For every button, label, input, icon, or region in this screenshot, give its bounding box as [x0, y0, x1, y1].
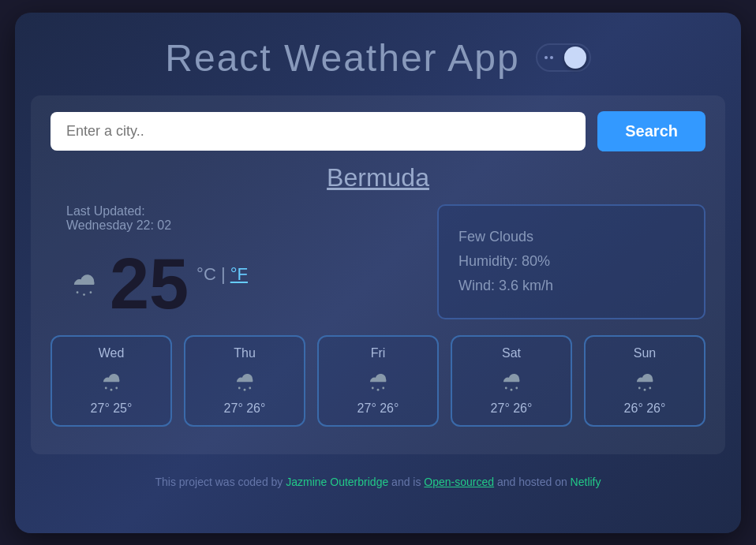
unit-celsius[interactable]: °C	[196, 264, 216, 284]
svg-point-9	[372, 386, 374, 389]
footer-open-source[interactable]: Open-sourced	[424, 476, 494, 488]
forecast-card: Sun 26° 26°	[584, 335, 705, 427]
forecast-icon	[97, 367, 125, 395]
toggle-dot-2	[550, 56, 553, 59]
svg-point-1	[83, 293, 85, 296]
toggle-knob	[564, 47, 586, 69]
svg-point-16	[644, 388, 646, 390]
weather-humidity: Humidity: 80%	[458, 253, 684, 270]
svg-point-12	[505, 386, 507, 389]
city-name: Bermuda	[327, 151, 429, 196]
forecast-icon	[364, 367, 392, 395]
svg-point-14	[515, 386, 518, 389]
footer-text-after: and hosted on	[497, 476, 571, 488]
toggle-dot-1	[545, 56, 548, 59]
svg-point-2	[90, 291, 92, 293]
search-area: Search Bermuda Last Updated: Wednesday 2…	[31, 95, 725, 454]
temperature: 25	[110, 248, 189, 319]
svg-point-17	[649, 386, 651, 389]
unit-fahrenheit[interactable]: °F	[230, 264, 248, 284]
header: React Weather App	[31, 28, 725, 95]
temp-display: 25 °C | °F	[66, 248, 421, 319]
unit-separator: |	[221, 264, 230, 284]
forecast-temps: 27° 26°	[357, 401, 399, 416]
search-button[interactable]: Search	[597, 111, 705, 151]
app-container: React Weather App Search Bermuda Last Up…	[15, 13, 741, 533]
svg-point-0	[77, 291, 79, 293]
svg-point-10	[377, 388, 380, 390]
footer-author[interactable]: Jazmine Outerbridge	[286, 476, 388, 488]
main-weather: Last Updated: Wednesday 22: 02 25 °C |	[51, 196, 705, 327]
forecast-day: Sun	[634, 346, 656, 360]
toggle-dots	[540, 56, 553, 59]
forecast-temps: 27° 25°	[91, 401, 133, 416]
right-panel: Few Clouds Humidity: 80% Wind: 3.6 km/h	[437, 204, 705, 319]
forecast-icon	[230, 367, 259, 395]
last-updated-time: Wednesday 22: 02	[66, 218, 421, 233]
svg-point-15	[638, 386, 641, 389]
svg-point-7	[244, 388, 246, 390]
forecast-icon	[631, 367, 659, 395]
footer: This project was coded by Jazmine Outerb…	[31, 466, 725, 492]
footer-text-before: This project was coded by	[155, 476, 286, 488]
footer-host[interactable]: Netlify	[571, 476, 601, 488]
last-updated-label: Last Updated:	[66, 204, 421, 218]
forecast-row: Wed 27° 25° Thu 27° 26° Fri	[51, 327, 705, 435]
svg-point-8	[249, 386, 251, 389]
left-panel: Last Updated: Wednesday 22: 02 25 °C |	[51, 204, 437, 319]
forecast-temps: 27° 26°	[224, 401, 266, 416]
forecast-day: Fri	[371, 346, 386, 360]
forecast-day: Thu	[234, 346, 256, 360]
theme-toggle[interactable]	[536, 43, 591, 72]
svg-point-3	[105, 386, 107, 389]
forecast-card: Wed 27° 25°	[51, 335, 172, 427]
weather-wind: Wind: 3.6 km/h	[458, 278, 684, 294]
forecast-icon	[497, 367, 526, 395]
weather-description: Few Clouds	[458, 229, 684, 245]
svg-point-11	[382, 386, 384, 389]
forecast-temps: 26° 26°	[624, 401, 666, 416]
footer-text-middle: and is	[391, 476, 424, 488]
app-title: React Weather App	[165, 36, 519, 80]
svg-point-13	[511, 388, 513, 390]
search-row: Search	[51, 111, 705, 151]
svg-point-5	[115, 386, 118, 389]
forecast-card: Sat 27° 26°	[451, 335, 572, 427]
forecast-card: Thu 27° 26°	[184, 335, 305, 427]
svg-point-4	[110, 388, 113, 390]
forecast-temps: 27° 26°	[491, 401, 533, 416]
search-input[interactable]	[51, 112, 586, 151]
temp-units: °C | °F	[196, 264, 248, 285]
weather-icon-main	[66, 266, 102, 301]
forecast-day: Wed	[99, 346, 125, 360]
svg-point-6	[238, 386, 241, 389]
forecast-card: Fri 27° 26°	[317, 335, 439, 427]
forecast-day: Sat	[502, 346, 521, 360]
